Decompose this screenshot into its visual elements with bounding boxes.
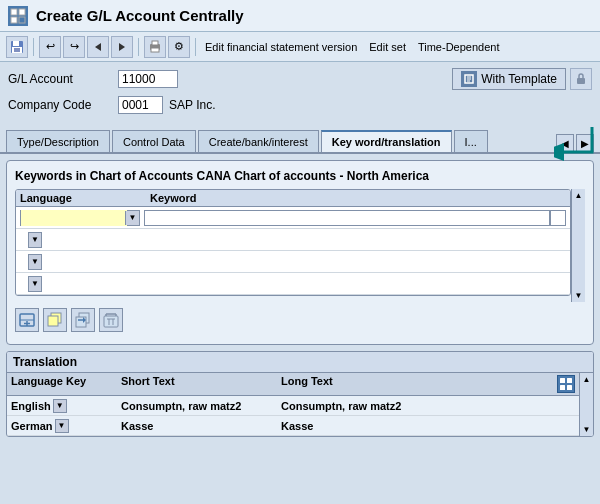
toolbar-separator [33,38,34,56]
tabs-bar: Type/Description Control Data Create/ban… [0,126,600,154]
toolbar-separator-2 [138,38,139,56]
translation-title: Translation [7,352,593,373]
keyword-row-4: ▼ [16,273,570,295]
back-button[interactable] [87,36,109,58]
english-long-text: Consumptn, raw matz2 [281,400,401,412]
trans-scroll-down[interactable]: ▼ [583,425,591,434]
keywords-table: Language Keyword ▼ ▼ [15,189,571,296]
keywords-table-container: Language Keyword ▼ ▼ [15,189,571,302]
tab-type-description[interactable]: Type/Description [6,130,110,152]
translation-header: Language Key Short Text Long Text [7,373,579,396]
print-button[interactable] [144,36,166,58]
svg-rect-36 [560,378,565,383]
svg-rect-39 [567,385,572,390]
company-code-input[interactable] [118,96,163,114]
title-bar: Create G/L Account Centrally [0,0,600,32]
svg-marker-9 [119,43,125,51]
language-dropdown-2[interactable]: ▼ [28,232,42,248]
svg-rect-2 [11,17,17,23]
menu-edit-financial[interactable]: Edit financial statement version [205,41,357,53]
trans-scroll-up[interactable]: ▲ [583,375,591,384]
toolbar: ↩ ↪ ⚙ Edit financial statement version E… [0,32,600,62]
svg-rect-24 [48,316,58,326]
page-title: Create G/L Account Centrally [36,7,244,24]
menu-edit-set[interactable]: Edit set [369,41,406,53]
translation-scrollbar[interactable]: ▲ ▼ [579,373,593,436]
gl-account-input[interactable] [118,70,178,88]
company-code-label: Company Code [8,98,118,112]
tab-more[interactable]: I... [454,130,488,152]
scroll-down[interactable]: ▼ [575,291,583,300]
keywords-scrollbar[interactable]: ▲ ▼ [571,189,585,302]
toolbar-separator-3 [195,38,196,56]
settings-button[interactable]: ⚙ [168,36,190,58]
gl-account-label: G/L Account [8,72,118,86]
insert-row-button[interactable] [15,308,39,332]
menu-time-dependent[interactable]: Time-Dependent [418,41,500,53]
long-text-header: Long Text [281,375,557,393]
redo-button[interactable]: ↪ [63,36,85,58]
language-column-header: Language [20,192,150,204]
with-template-label: With Template [481,72,557,86]
svg-rect-37 [567,378,572,383]
tab-keyword-translation[interactable]: Key word/translation [321,130,452,152]
short-text-header: Short Text [121,375,281,393]
save-button[interactable] [6,36,28,58]
svg-marker-8 [95,43,101,51]
keyword-input-1[interactable] [144,210,550,226]
svg-rect-11 [152,41,158,45]
svg-rect-3 [19,17,25,23]
keywords-area: Language Keyword ▼ ▼ [15,189,585,302]
svg-rect-5 [13,41,19,46]
german-lang-key: German [11,420,53,432]
svg-rect-29 [104,316,118,327]
translation-row-german: German ▼ Kasse Kasse [7,416,579,436]
english-lang-dropdown[interactable]: ▼ [53,399,67,413]
keyword-row-3: ▼ [16,251,570,273]
svg-rect-7 [14,48,20,52]
delete-button[interactable] [99,308,123,332]
checkbox-1[interactable] [550,210,566,226]
language-input-1[interactable]: ▼ [20,210,140,226]
german-lang-dropdown[interactable]: ▼ [55,419,69,433]
grid-icon [557,375,575,393]
keywords-section-title: Keywords in Chart of Accounts CANA Chart… [15,169,585,183]
forward-button[interactable] [111,36,133,58]
svg-rect-12 [151,48,159,52]
with-template-button[interactable]: With Template [452,68,566,90]
svg-rect-0 [11,9,17,15]
lock-button[interactable] [570,68,592,90]
scroll-up[interactable]: ▲ [575,191,583,200]
language-dropdown-4[interactable]: ▼ [28,276,42,292]
language-dropdown-3[interactable]: ▼ [28,254,42,270]
checkbox-column-header [546,192,566,204]
english-lang-key: English [11,400,51,412]
keyword-column-header: Keyword [150,192,546,204]
app-icon [8,6,28,26]
language-dropdown-1[interactable]: ▼ [125,211,139,225]
german-long-text: Kasse [281,420,313,432]
translation-row-english: English ▼ Consumptn, raw matz2 Consumptn… [7,396,579,416]
keyword-row-1: ▼ [16,207,570,229]
copy-button[interactable] [43,308,67,332]
svg-rect-38 [560,385,565,390]
tab-create-bank[interactable]: Create/bank/interest [198,130,319,152]
lang-key-header: Language Key [11,375,121,393]
keywords-table-header: Language Keyword [16,190,570,207]
english-short-text: Consumptn, raw matz2 [121,400,241,412]
form-area: G/L Account With Template Company Code S… [0,62,600,126]
company-name: SAP Inc. [169,98,215,112]
tab-control-data[interactable]: Control Data [112,130,196,152]
undo-button[interactable]: ↩ [39,36,61,58]
translation-section: Translation Language Key Short Text Long… [6,351,594,437]
arrow-indicator [554,122,594,175]
svg-rect-1 [19,9,25,15]
template-icon [461,71,477,87]
translation-table-wrapper: Language Key Short Text Long Text Englis… [7,373,593,436]
svg-rect-17 [577,78,585,84]
action-buttons [15,308,585,332]
main-content: Keywords in Chart of Accounts CANA Chart… [6,160,594,345]
keyword-row-2: ▼ [16,229,570,251]
german-short-text: Kasse [121,420,153,432]
paste-button[interactable] [71,308,95,332]
